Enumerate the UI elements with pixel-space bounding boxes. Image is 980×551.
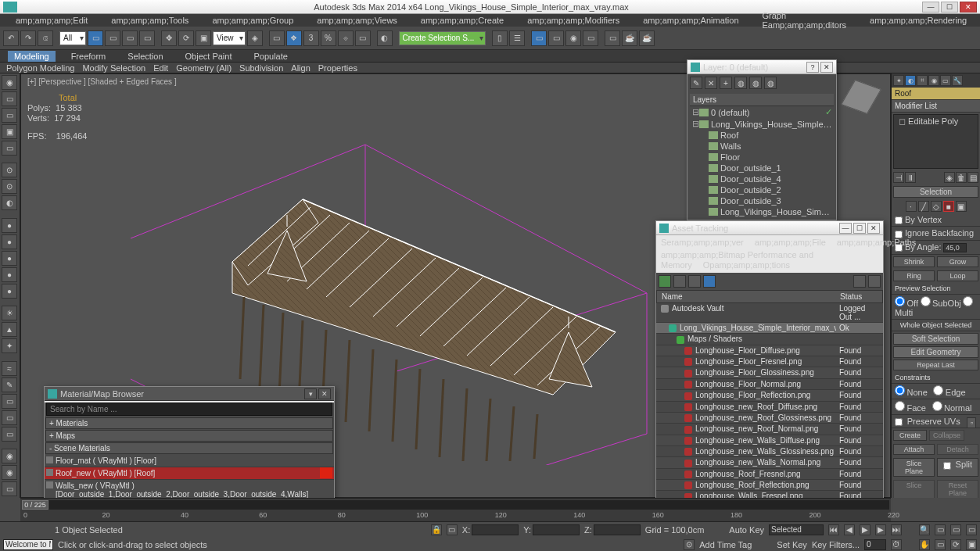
render-setup-button[interactable]: ▭ bbox=[583, 30, 598, 46]
remove-mod-button[interactable]: 🗑 bbox=[956, 172, 967, 183]
menu-item[interactable]: amp;amp;amp;Rendering bbox=[870, 16, 967, 25]
rotate-button[interactable]: ⟳ bbox=[178, 30, 194, 46]
left-tool-button[interactable]: ⊙ bbox=[2, 179, 17, 194]
left-tool-button[interactable]: ● bbox=[2, 251, 17, 266]
named-selection-dropdown[interactable]: Create Selection S... bbox=[399, 31, 486, 45]
constraint-face-radio[interactable] bbox=[895, 401, 905, 411]
pin-stack-button[interactable]: ⊣ bbox=[893, 172, 904, 183]
goto-end-button[interactable]: ⏭ bbox=[891, 524, 902, 535]
z-coord-input[interactable] bbox=[594, 524, 641, 535]
edge-subobj[interactable]: ╱ bbox=[918, 201, 929, 212]
left-tool-button[interactable]: ◉ bbox=[2, 465, 17, 480]
collapse-button[interactable]: Collapse bbox=[929, 430, 964, 441]
ribbon-subtab[interactable]: Edit bbox=[153, 63, 168, 73]
element-subobj[interactable]: ▣ bbox=[956, 201, 967, 212]
mat-section[interactable]: + Maps bbox=[45, 430, 333, 442]
left-tool-button[interactable]: ◉ bbox=[2, 449, 17, 463]
by-angle-input[interactable] bbox=[943, 243, 967, 252]
ring-button[interactable]: Ring bbox=[893, 270, 935, 281]
preview-subobj-radio[interactable] bbox=[921, 296, 931, 306]
viewcube[interactable] bbox=[838, 73, 885, 120]
asset-max-button[interactable]: ☐ bbox=[853, 223, 866, 234]
attach-button[interactable]: Attach bbox=[893, 444, 935, 455]
menu-item[interactable]: Graph Eamp;amp;amp;ditors bbox=[763, 11, 847, 30]
asset-close-button[interactable]: ✕ bbox=[867, 223, 880, 234]
asset-row[interactable]: Longhouse_new_Walls_Glossiness.pngFound bbox=[656, 446, 883, 457]
vertex-subobj[interactable]: · bbox=[906, 201, 917, 212]
layer-item[interactable]: Door_outside_2 bbox=[690, 184, 834, 195]
ribbon-tab[interactable]: Populate bbox=[247, 51, 293, 62]
asset-row[interactable]: Maps / Shaders bbox=[656, 334, 883, 345]
nav-pan-button[interactable]: ✋ bbox=[919, 539, 930, 550]
maxscript-listener[interactable] bbox=[3, 539, 53, 550]
select-name-button[interactable]: ▭ bbox=[105, 30, 120, 46]
left-tool-button[interactable]: ≈ bbox=[2, 361, 17, 376]
mat-section[interactable]: - Scene Materials bbox=[45, 442, 333, 454]
key-filters-button[interactable]: Key Filters... bbox=[812, 540, 860, 549]
preserve-uvs-checkbox[interactable] bbox=[895, 418, 903, 426]
slice-button[interactable]: Slice bbox=[893, 480, 935, 498]
asset-row[interactable]: Longhouse_new_Roof_Normal.pngFound bbox=[656, 424, 883, 435]
asset-view-button[interactable] bbox=[703, 275, 716, 288]
reset-plane-button[interactable]: Reset Plane bbox=[937, 480, 978, 498]
pivot-button[interactable]: ◈ bbox=[247, 30, 263, 46]
nav-zoomext-button[interactable]: ▭ bbox=[950, 524, 961, 535]
ribbon-tab[interactable]: Modeling bbox=[8, 51, 56, 62]
layers-close-button[interactable]: ✕ bbox=[820, 62, 833, 73]
viewport-label[interactable]: [+] [Perspective ] [Shaded + Edged Faces… bbox=[27, 77, 177, 86]
menu-item[interactable]: amp;amp;amp;Modifiers bbox=[527, 16, 619, 25]
time-config-button[interactable]: ⏱ bbox=[891, 539, 902, 550]
asset-row[interactable]: Longhouse_new_Walls_Diffuse.pngFound bbox=[656, 435, 883, 446]
asset-tree-button[interactable] bbox=[673, 275, 686, 288]
render-prod-button[interactable]: ☕ bbox=[622, 30, 637, 46]
align-button[interactable]: ▯ bbox=[492, 30, 508, 46]
percent-snap-button[interactable]: % bbox=[321, 30, 336, 46]
spinner-snap-button[interactable]: ⟐ bbox=[338, 30, 354, 46]
constraint-none-radio[interactable] bbox=[895, 385, 905, 395]
lock-selection-button[interactable]: 🔒 bbox=[431, 524, 442, 535]
left-tool-button[interactable]: ▭ bbox=[2, 91, 17, 106]
schematic-button[interactable]: ▭ bbox=[548, 30, 564, 46]
curve-editor-button[interactable]: ▭ bbox=[531, 30, 547, 46]
layer-hide-button[interactable]: ◍ bbox=[764, 77, 777, 89]
current-frame-input[interactable] bbox=[864, 539, 886, 550]
mat-opt-button[interactable]: ▾ bbox=[304, 388, 317, 399]
close-button[interactable]: ✕ bbox=[960, 2, 977, 13]
left-tool-button[interactable]: ▭ bbox=[2, 427, 17, 442]
left-tool-button[interactable]: ⊙ bbox=[2, 163, 17, 177]
prev-frame-button[interactable]: ◀ bbox=[844, 524, 855, 535]
left-tool-button[interactable]: ● bbox=[2, 234, 17, 249]
asset-menu-item[interactable]: amp;amp;amp;File bbox=[755, 238, 826, 247]
left-tool-button[interactable]: ▣ bbox=[2, 124, 17, 139]
menu-item[interactable]: amp;amp;amp;Tools bbox=[111, 16, 188, 25]
selection-rollout[interactable]: Selection bbox=[893, 186, 978, 198]
left-tool-button[interactable]: ▭ bbox=[2, 481, 17, 496]
ribbon-subtab[interactable]: Properties bbox=[318, 63, 357, 73]
ribbon-subtab[interactable]: Align bbox=[291, 63, 310, 73]
y-coord-input[interactable] bbox=[533, 524, 580, 535]
layers-help-button[interactable]: ? bbox=[806, 62, 819, 73]
display-tab[interactable]: ▭ bbox=[940, 75, 951, 86]
grow-button[interactable]: Grow bbox=[937, 256, 978, 267]
preview-multi-radio[interactable] bbox=[963, 296, 973, 306]
left-tool-button[interactable]: ☀ bbox=[2, 306, 17, 320]
nav-walk-button[interactable]: ▭ bbox=[935, 539, 946, 550]
layer-delete-button[interactable]: ✕ bbox=[705, 77, 717, 89]
maximize-button[interactable]: ☐ bbox=[941, 2, 958, 13]
layer-add-button[interactable]: + bbox=[720, 77, 732, 89]
asset-row[interactable]: Longhouse_Floor_Reflection.pngFound bbox=[656, 390, 883, 401]
by-vertex-checkbox[interactable] bbox=[895, 216, 903, 224]
key-mode-dropdown[interactable] bbox=[769, 524, 824, 535]
ref-coord-dropdown[interactable]: View bbox=[213, 31, 246, 45]
modifier-list-dropdown[interactable]: Modifier List bbox=[892, 100, 980, 113]
asset-row[interactable]: Longhouse_Floor_Fresnel.pngFound bbox=[656, 356, 883, 367]
layer-item[interactable]: Door_outside_4 bbox=[690, 174, 834, 184]
ribbon-tab[interactable]: Freeform bbox=[65, 51, 113, 62]
layer-highlight-button[interactable]: ◍ bbox=[749, 77, 762, 89]
angle-snap-button[interactable]: 3 bbox=[303, 30, 319, 46]
constraint-edge-radio[interactable] bbox=[933, 385, 943, 395]
constraint-normal-radio[interactable] bbox=[932, 401, 942, 411]
nav-orbit-button[interactable]: ⟳ bbox=[950, 539, 961, 550]
layer-select-button[interactable]: ◍ bbox=[734, 77, 747, 89]
asset-menu-item[interactable]: Opamp;amp;amp;tions bbox=[703, 260, 790, 270]
